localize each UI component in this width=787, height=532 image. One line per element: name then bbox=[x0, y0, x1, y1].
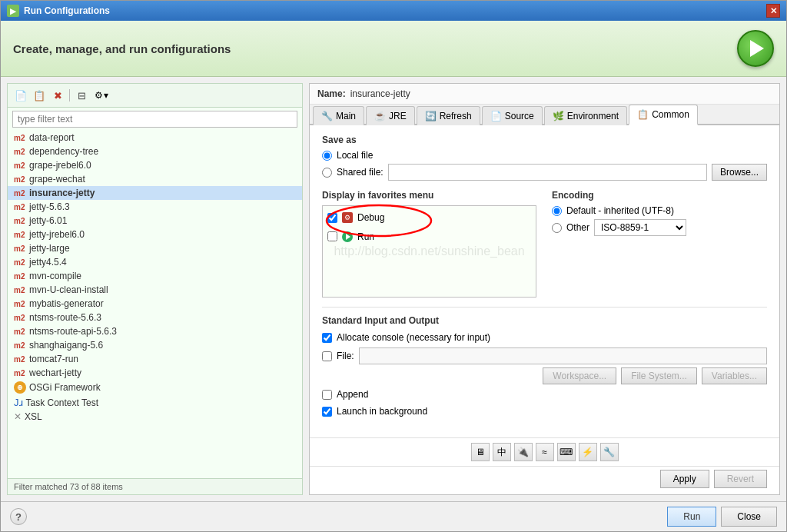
tab-main[interactable]: 🔧 Main bbox=[313, 106, 364, 125]
local-file-option[interactable]: Local file bbox=[322, 150, 767, 161]
apply-button[interactable]: Apply bbox=[660, 470, 709, 488]
list-item-xsl[interactable]: ✕ XSL bbox=[8, 410, 302, 424]
shared-file-input[interactable] bbox=[388, 164, 707, 181]
append-checkbox[interactable] bbox=[322, 390, 332, 400]
delete-config-button[interactable]: ✖ bbox=[49, 87, 66, 104]
icon-btn-2[interactable]: 中 bbox=[493, 443, 511, 461]
file-checkbox[interactable] bbox=[322, 351, 332, 361]
list-item[interactable]: m2 mvn-compile bbox=[8, 269, 302, 283]
variables-button[interactable]: Variables... bbox=[702, 367, 767, 384]
list-item-task[interactable]: Jɹ Task Context Test bbox=[8, 395, 302, 410]
item-label: insurance-jetty bbox=[29, 188, 95, 198]
list-item[interactable]: m2 mybatis-generator bbox=[8, 297, 302, 311]
item-label: mybatis-generator bbox=[29, 298, 104, 309]
icon-btn-3[interactable]: 🔌 bbox=[514, 443, 533, 461]
item-label: jetty4.5.4 bbox=[29, 257, 67, 268]
tab-jre-label: JRE bbox=[389, 111, 407, 121]
list-item[interactable]: m2 jetty-5.6.3 bbox=[8, 200, 302, 214]
launch-background-item[interactable]: Launch in background bbox=[322, 404, 767, 418]
list-item[interactable]: m2 shanghaigang-5.6 bbox=[8, 338, 302, 352]
watermark-text: http://blog.csdn.net/sunshine_bean bbox=[334, 244, 524, 258]
title-bar: ▶ Run Configurations ✕ bbox=[1, 1, 786, 21]
run-main-button[interactable]: Run bbox=[667, 507, 716, 527]
list-item[interactable]: m2 ntsms-route-5.6.3 bbox=[8, 311, 302, 324]
xsl-icon: ✕ bbox=[14, 411, 22, 422]
m2-icon: m2 bbox=[14, 272, 26, 281]
close-window-button[interactable]: ✕ bbox=[766, 4, 780, 18]
footer-buttons: Run Close bbox=[667, 507, 777, 527]
run-check-item[interactable]: Run bbox=[327, 230, 531, 244]
debug-checkbox[interactable] bbox=[327, 213, 337, 223]
filter-input[interactable] bbox=[12, 111, 297, 128]
config-name-value: insurance-jetty bbox=[350, 88, 410, 99]
icon-btn-4[interactable]: ≈ bbox=[536, 443, 554, 461]
list-item[interactable]: m2 data-report bbox=[8, 131, 302, 145]
common-tab-content: Save as Local file Shared file: Browse..… bbox=[310, 125, 779, 437]
tab-environment[interactable]: 🌿 Environment bbox=[544, 106, 627, 125]
tab-refresh[interactable]: 🔄 Refresh bbox=[417, 106, 480, 125]
list-item[interactable]: m2 wechart-jetty bbox=[8, 366, 302, 380]
m2-icon: m2 bbox=[14, 203, 26, 211]
revert-button[interactable]: Revert bbox=[714, 470, 767, 488]
list-item[interactable]: m2 ntsms-route-api-5.6.3 bbox=[8, 324, 302, 338]
file-system-button[interactable]: File System... bbox=[621, 367, 697, 384]
list-item[interactable]: m2 jetty-large bbox=[8, 241, 302, 255]
item-label: jetty-jrebel6.0 bbox=[29, 229, 85, 240]
list-item-insurance-jetty[interactable]: m2 insurance-jetty bbox=[8, 186, 302, 200]
item-label: grape-wechat bbox=[29, 174, 85, 185]
collapse-button[interactable]: ⊟ bbox=[73, 87, 90, 104]
tab-common[interactable]: 📋 Common bbox=[629, 105, 698, 125]
shared-file-radio[interactable] bbox=[322, 168, 332, 178]
item-label: XSL bbox=[25, 411, 42, 422]
debug-icon: ⚙ bbox=[342, 212, 353, 223]
list-item[interactable]: m2 jetty-6.01 bbox=[8, 214, 302, 228]
append-item[interactable]: Append bbox=[322, 387, 767, 401]
m2-icon: m2 bbox=[14, 217, 26, 225]
allocate-console-item[interactable]: Allocate console (necessary for input) bbox=[322, 331, 767, 344]
launch-background-checkbox[interactable] bbox=[322, 407, 332, 417]
list-item[interactable]: m2 grape-jrebel6.0 bbox=[8, 158, 302, 172]
list-item-osgi[interactable]: ⊕ OSGi Framework bbox=[8, 380, 302, 395]
m2-icon: m2 bbox=[14, 328, 26, 336]
list-item[interactable]: m2 tomcat7-run bbox=[8, 352, 302, 366]
default-encoding-option[interactable]: Default - inherited (UTF-8) bbox=[552, 205, 767, 216]
tab-jre[interactable]: ☕ JRE bbox=[366, 106, 415, 125]
browse-button[interactable]: Browse... bbox=[712, 164, 767, 181]
close-main-button[interactable]: Close bbox=[721, 507, 777, 527]
run-button[interactable] bbox=[737, 30, 774, 67]
osgi-icon: ⊕ bbox=[14, 381, 26, 394]
filter-dropdown-button[interactable]: ⚙ ▾ bbox=[91, 88, 111, 102]
copy-config-button[interactable]: 📋 bbox=[31, 87, 48, 104]
list-item[interactable]: m2 jetty-jrebel6.0 bbox=[8, 228, 302, 241]
help-button[interactable]: ? bbox=[10, 508, 27, 525]
new-config-button[interactable]: 📄 bbox=[12, 87, 29, 104]
app-icon: ▶ bbox=[7, 5, 19, 17]
item-label: shanghaigang-5.6 bbox=[29, 340, 103, 351]
item-label: mvn-compile bbox=[29, 271, 81, 281]
debug-check-item[interactable]: ⚙ Debug bbox=[327, 211, 384, 224]
filter-status: Filter matched 73 of 88 items bbox=[8, 478, 302, 494]
filter-icon: ⚙ bbox=[95, 90, 103, 101]
icon-btn-7[interactable]: 🔧 bbox=[600, 443, 619, 461]
encoding-select[interactable]: ISO-8859-1 bbox=[594, 219, 686, 236]
m2-icon: m2 bbox=[14, 134, 26, 142]
other-encoding-radio[interactable] bbox=[552, 223, 562, 233]
m2-icon: m2 bbox=[14, 300, 26, 308]
allocate-console-label: Allocate console (necessary for input) bbox=[337, 332, 490, 343]
icon-btn-1[interactable]: 🖥 bbox=[471, 443, 490, 461]
list-item[interactable]: m2 dependency-tree bbox=[8, 145, 302, 158]
list-item[interactable]: m2 jetty4.5.4 bbox=[8, 255, 302, 269]
launch-background-label: Launch in background bbox=[337, 406, 427, 417]
workspace-button[interactable]: Workspace... bbox=[543, 367, 616, 384]
icon-btn-5[interactable]: ⌨ bbox=[557, 443, 576, 461]
tab-source[interactable]: 📄 Source bbox=[482, 106, 543, 125]
icon-btn-6[interactable]: ⚡ bbox=[579, 443, 597, 461]
local-file-radio[interactable] bbox=[322, 151, 332, 161]
allocate-console-checkbox[interactable] bbox=[322, 333, 332, 343]
list-item[interactable]: m2 mvn-U-clean-install bbox=[8, 283, 302, 297]
run-checkbox[interactable] bbox=[327, 231, 337, 241]
list-item[interactable]: m2 grape-wechat bbox=[8, 172, 302, 186]
file-input[interactable] bbox=[359, 347, 767, 364]
m2-icon: m2 bbox=[14, 189, 26, 198]
default-encoding-radio[interactable] bbox=[552, 206, 562, 216]
